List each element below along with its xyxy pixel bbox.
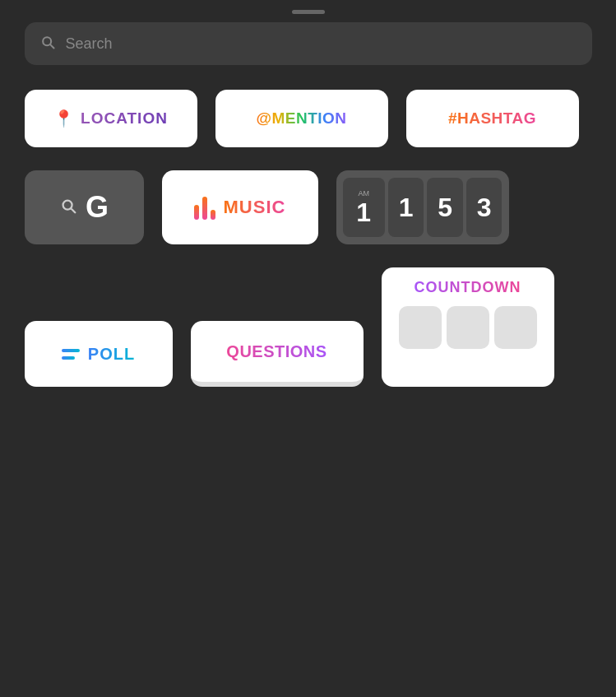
gif-letter: G <box>86 190 109 225</box>
sticker-hashtag[interactable]: #HASHTAG <box>406 90 579 147</box>
search-icon <box>39 34 56 53</box>
hashtag-label: #HASHTAG <box>448 109 536 128</box>
questions-label: QUESTIONS <box>226 342 327 361</box>
time-cell-4: 3 <box>466 178 503 237</box>
search-input[interactable] <box>66 35 577 53</box>
am-label: AM <box>358 189 369 197</box>
time-cell-2: 1 <box>388 178 424 237</box>
location-label: LOCATION <box>81 109 168 128</box>
sticker-row-1: 📍 LOCATION @MENTION #HASHTAG <box>25 90 592 147</box>
music-bars-icon <box>194 195 215 220</box>
countdown-block-2 <box>447 306 489 349</box>
poll-label: POLL <box>88 345 135 364</box>
sticker-grid: 📍 LOCATION @MENTION #HASHTAG G <box>25 90 592 387</box>
music-label: MUSIC <box>224 197 286 218</box>
sticker-music[interactable]: MUSIC <box>162 170 318 244</box>
sticker-gif[interactable]: G <box>25 170 144 244</box>
sticker-location[interactable]: 📍 LOCATION <box>25 90 197 147</box>
countdown-blocks <box>399 306 537 349</box>
sticker-questions[interactable]: QUESTIONS <box>191 321 364 387</box>
countdown-label: COUNTDOWN <box>415 279 521 296</box>
gif-search-icon <box>59 197 77 218</box>
sticker-poll[interactable]: POLL <box>25 321 173 387</box>
mention-label: @MENTION <box>256 109 346 128</box>
time-digit-3: 5 <box>438 194 452 221</box>
countdown-block-3 <box>494 306 537 349</box>
time-digit-1: 1 <box>356 199 371 225</box>
drag-handle <box>292 10 325 14</box>
time-cell-1: AM 1 <box>343 178 385 237</box>
poll-lines-icon <box>62 349 80 360</box>
time-digit-2: 1 <box>399 194 414 221</box>
sticker-mention[interactable]: @MENTION <box>215 90 388 147</box>
sticker-countdown[interactable]: COUNTDOWN <box>382 267 554 387</box>
sticker-time[interactable]: AM 1 1 5 3 <box>336 170 509 244</box>
countdown-block-1 <box>399 306 442 349</box>
time-digit-4: 3 <box>477 194 492 221</box>
sticker-row-2: G MUSIC AM 1 1 5 3 <box>25 170 592 244</box>
sticker-row-3: POLL QUESTIONS COUNTDOWN <box>25 267 592 387</box>
search-bar[interactable] <box>25 22 592 65</box>
time-cell-3: 5 <box>427 178 463 237</box>
location-pin-icon: 📍 <box>53 109 74 128</box>
